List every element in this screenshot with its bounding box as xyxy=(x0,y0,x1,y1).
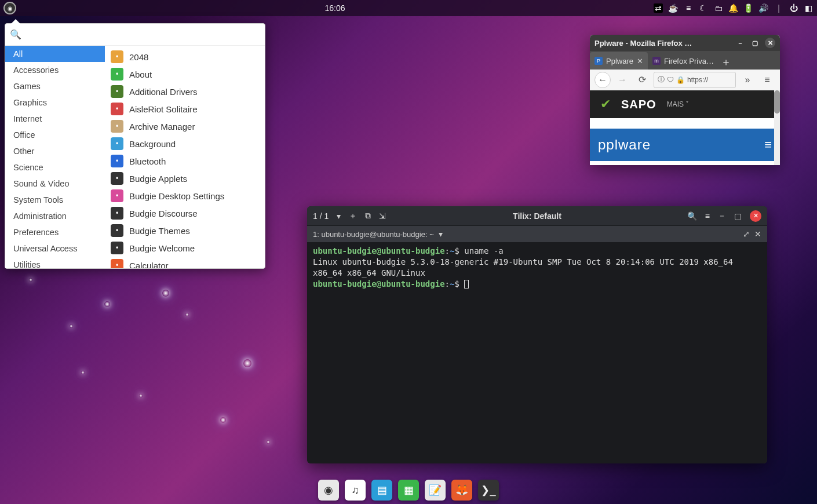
category-sound-video[interactable]: Sound & Video xyxy=(5,176,105,192)
category-graphics[interactable]: Graphics xyxy=(5,94,105,111)
app-budgie-welcome[interactable]: •Budgie Welcome xyxy=(105,239,265,257)
top-panel: ◉ 16:06 ⇄ ☕ ≡ ☾ 🗀 🔔 🔋 🔊 | ⏻ ◧ xyxy=(0,0,817,16)
tilix-terminal-label[interactable]: 1: ubuntu-budgie@ubuntu-budgie: ~ xyxy=(313,230,434,239)
dock-firefox-icon[interactable]: 🦊 xyxy=(451,480,472,501)
app-aisleriot-solitaire[interactable]: •AisleRiot Solitaire xyxy=(105,100,265,118)
battery-icon[interactable]: 🔋 xyxy=(744,3,753,13)
dock-web-icon[interactable]: ▤ xyxy=(371,480,392,501)
category-preferences[interactable]: Preferences xyxy=(5,224,105,240)
tilix-titlebar[interactable]: 1 / 1 ▾ ＋ ⧉ ⇲ Tilix: Default 🔍 ≡ － ▢ ✕ xyxy=(307,206,767,226)
dropdown-icon[interactable]: ▾ xyxy=(337,211,341,221)
url-bar[interactable]: ⓘ 🛡 🔒 https:// xyxy=(654,72,736,88)
notifications-icon[interactable]: 🔔 xyxy=(729,3,738,13)
category-utilities[interactable]: Utilities xyxy=(5,257,105,268)
appmenu-categories: AllAccessoriesGamesGraphicsInternetOffic… xyxy=(5,46,105,268)
expand-terminal-icon[interactable]: ⤢ xyxy=(743,229,750,239)
appmenu-search-input[interactable] xyxy=(25,27,260,42)
app-label: Calculator xyxy=(129,261,169,269)
app-label: 2048 xyxy=(129,52,148,62)
tab-firefox-privacy[interactable]: m Firefox Priva… xyxy=(648,52,718,70)
files-tray-icon[interactable]: 🗀 xyxy=(714,3,723,13)
category-system-tools[interactable]: System Tools xyxy=(5,192,105,208)
forward-button[interactable]: → xyxy=(614,72,630,88)
raven-icon[interactable]: ◧ xyxy=(804,3,814,13)
night-icon[interactable]: ☾ xyxy=(699,3,708,13)
tilix-window: 1 / 1 ▾ ＋ ⧉ ⇲ Tilix: Default 🔍 ≡ － ▢ ✕ 1… xyxy=(307,206,767,463)
close-button[interactable]: ✕ xyxy=(765,38,775,48)
add-terminal-button[interactable]: ＋ xyxy=(349,211,357,221)
appmenu-apps: •2048•About•Additional Drivers•AisleRiot… xyxy=(105,46,265,268)
dock-terminal-icon[interactable]: ❯_ xyxy=(478,480,499,501)
dock-text-editor-icon[interactable]: 📝 xyxy=(425,480,446,501)
chevron-down-icon[interactable]: ▾ xyxy=(439,229,443,239)
clock[interactable]: 16:06 xyxy=(324,3,345,13)
category-other[interactable]: Other xyxy=(5,143,105,159)
app-calculator[interactable]: •Calculator xyxy=(105,257,265,268)
app-about[interactable]: •About xyxy=(105,65,265,83)
search-icon: 🔍 xyxy=(10,29,21,40)
app-label: Budgie Applets xyxy=(129,174,187,184)
tilix-session-counter[interactable]: 1 / 1 xyxy=(313,211,329,221)
dock-applications-icon[interactable]: ◉ xyxy=(318,480,339,501)
category-office[interactable]: Office xyxy=(5,127,105,143)
app-background[interactable]: •Background xyxy=(105,135,265,152)
hamburger-menu-button[interactable]: ≡ xyxy=(759,72,775,88)
app-budgie-themes[interactable]: •Budgie Themes xyxy=(105,222,265,239)
tab-label: Firefox Priva… xyxy=(664,57,714,65)
app-2048[interactable]: •2048 xyxy=(105,48,265,65)
firefox-titlebar[interactable]: Pplware - Mozilla Firefox … － ▢ ✕ xyxy=(590,35,780,51)
category-administration[interactable]: Administration xyxy=(5,208,105,224)
tab-pplware[interactable]: P Pplware ✕ xyxy=(590,52,648,70)
app-budgie-desktop-settings[interactable]: •Budgie Desktop Settings xyxy=(105,187,265,204)
category-accessories[interactable]: Accessories xyxy=(5,62,105,78)
page-scrollbar[interactable] xyxy=(774,90,780,165)
menu-lines-icon[interactable]: ≡ xyxy=(684,3,693,13)
shield-icon[interactable]: 🛡 xyxy=(667,76,674,84)
category-all[interactable]: All xyxy=(5,46,105,62)
terminal-body[interactable]: ubuntu-budgie@ubuntu-budgie:~$ uname -a … xyxy=(307,242,767,463)
app-archive-manager[interactable]: •Archive Manager xyxy=(105,118,265,135)
app-budgie-applets[interactable]: •Budgie Applets xyxy=(105,170,265,187)
close-button[interactable]: ✕ xyxy=(750,210,761,222)
power-icon[interactable]: ⏻ xyxy=(789,3,798,13)
dock-calendar-icon[interactable]: ▦ xyxy=(398,480,419,501)
maximize-button[interactable]: ▢ xyxy=(750,38,760,48)
pplware-menu-icon[interactable]: ≡ xyxy=(764,137,772,152)
close-terminal-icon[interactable]: ✕ xyxy=(754,229,761,239)
tilix-hamburger-icon[interactable]: ≡ xyxy=(705,211,710,221)
exchange-icon[interactable]: ⇄ xyxy=(654,3,663,13)
coffee-icon[interactable]: ☕ xyxy=(669,3,678,13)
firefox-window: Pplware - Mozilla Firefox … － ▢ ✕ P Pplw… xyxy=(590,35,780,165)
overflow-icon[interactable]: » xyxy=(739,72,756,88)
app-icon: • xyxy=(111,50,123,63)
dock-music-icon[interactable]: ♫ xyxy=(345,480,366,501)
app-icon: • xyxy=(111,137,123,150)
volume-icon[interactable]: 🔊 xyxy=(759,3,768,13)
app-icon: • xyxy=(111,224,123,237)
split-right-icon[interactable]: ⧉ xyxy=(365,211,371,221)
app-label: Budgie Themes xyxy=(129,226,190,236)
sapo-mais-link[interactable]: MAIS ˅ xyxy=(667,100,690,108)
split-down-icon[interactable]: ⇲ xyxy=(379,211,386,221)
budgie-menu-button[interactable]: ◉ xyxy=(3,2,16,14)
info-icon[interactable]: ⓘ xyxy=(658,75,665,85)
category-games[interactable]: Games xyxy=(5,78,105,94)
minimize-button[interactable]: － xyxy=(718,211,726,221)
back-button[interactable]: ← xyxy=(594,72,611,88)
category-universal-access[interactable]: Universal Access xyxy=(5,240,105,257)
app-additional-drivers[interactable]: •Additional Drivers xyxy=(105,83,265,100)
pplware-favicon: P xyxy=(594,57,603,65)
new-tab-button[interactable]: ＋ xyxy=(718,54,734,70)
reload-button[interactable]: ⟳ xyxy=(634,72,650,88)
search-icon[interactable]: 🔍 xyxy=(687,211,697,221)
app-budgie-discourse[interactable]: •Budgie Discourse xyxy=(105,204,265,222)
minimize-button[interactable]: － xyxy=(735,38,745,48)
pplware-logo[interactable]: pplware xyxy=(598,137,651,153)
tab-close-icon[interactable]: ✕ xyxy=(637,57,643,65)
plank-dock: ◉ ♫ ▤ ▦ 📝 🦊 ❯_ xyxy=(312,476,505,504)
maximize-button[interactable]: ▢ xyxy=(734,211,742,221)
category-internet[interactable]: Internet xyxy=(5,111,105,127)
category-science[interactable]: Science xyxy=(5,159,105,176)
sapo-logo[interactable]: SAPO xyxy=(621,98,656,111)
app-bluetooth[interactable]: •Bluetooth xyxy=(105,152,265,170)
